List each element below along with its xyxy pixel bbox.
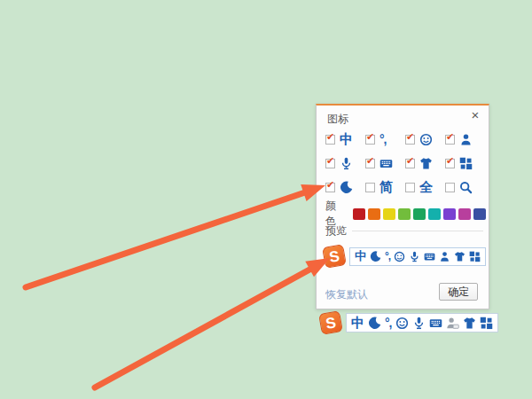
color-swatch[interactable] [368,208,380,220]
icon-option-shirt[interactable]: ✔ [405,155,445,171]
divider-line [352,231,483,231]
grid-icon [469,251,481,262]
checkbox-smiley[interactable]: ✔ [405,135,415,145]
checkbox-keyboard[interactable]: ✔ [365,159,375,168]
color-swatch[interactable] [413,208,426,220]
keyboard-icon [424,251,435,262]
color-swatches [353,208,489,220]
checkmark-icon: ✔ [326,180,334,190]
grid-icon[interactable] [480,317,493,330]
keyboard-icon [379,157,393,170]
shirt-icon [454,251,466,262]
checkbox-moon[interactable]: ✔ [325,183,335,192]
icon-option-smiley[interactable]: ✔ [405,131,445,147]
preview-label: 预览 [325,223,347,239]
checkmark-icon: ✔ [326,156,334,166]
checkbox-zhong[interactable]: ✔ [325,135,335,145]
icon-option-quan[interactable]: 全 [405,179,445,195]
icon-option-moon[interactable]: ✔ [325,179,365,195]
checkbox-shirt[interactable]: ✔ [405,159,415,168]
ime-toolbar-icon-bar: 中°, [346,313,498,332]
smiley-icon [419,133,433,146]
icon-checkbox-grid: ✔中✔°,✔✔✔✔✔✔✔简全 [325,131,485,195]
zhong-icon: 中 [340,133,353,145]
smiley-icon[interactable] [395,317,409,330]
jian-icon: 简 [379,181,393,193]
search-icon [459,181,473,194]
sogou-logo-icon: S [322,244,347,269]
icon-option-jian[interactable]: 简 [365,179,405,195]
checkmark-icon: ✔ [446,132,454,142]
dialog-title: 图标 [327,112,348,127]
close-icon[interactable]: × [468,108,482,122]
icon-option-punct[interactable]: ✔°, [365,131,405,147]
checkbox-mic[interactable]: ✔ [325,159,335,168]
color-swatch[interactable] [383,208,395,220]
checkmark-icon: ✔ [446,156,454,166]
checkmark-icon: ✔ [406,156,414,166]
icon-option-keyboard[interactable]: ✔ [365,155,405,171]
smiley-icon [394,251,405,262]
checkbox-jian[interactable] [365,183,375,192]
checkbox-grid[interactable]: ✔ [445,159,455,168]
color-swatch[interactable] [353,208,365,220]
checkbox-search[interactable] [445,183,455,192]
moon-icon [370,251,381,262]
keyboard-icon[interactable] [429,317,442,330]
mic-icon[interactable] [412,317,426,330]
shirt-icon [419,157,433,170]
icon-option-search[interactable] [445,179,485,195]
color-swatch[interactable] [398,208,411,220]
person-icon [439,251,450,262]
punct-icon: °, [385,250,390,262]
moon-icon[interactable] [368,317,381,330]
preview-icon-bar: 中°, [349,247,486,266]
person-gray-icon[interactable] [446,317,459,330]
zhong-icon[interactable]: 中 [351,317,364,329]
checkbox-quan[interactable] [405,183,415,192]
color-swatch[interactable] [473,208,486,220]
shirt-icon[interactable] [463,317,476,330]
preview-label-row: 预览 [325,223,483,239]
quan-icon: 全 [419,181,433,193]
color-swatch[interactable] [443,208,456,220]
person-icon [459,133,473,146]
checkmark-icon: ✔ [406,132,414,142]
punct-icon: °, [379,133,387,145]
icon-option-mic[interactable]: ✔ [325,155,365,171]
punct-icon[interactable]: °, [385,317,392,329]
checkbox-person[interactable]: ✔ [445,135,455,145]
color-swatch[interactable] [428,208,441,220]
icon-option-zhong[interactable]: ✔中 [325,131,365,147]
checkmark-icon: ✔ [326,132,334,142]
color-swatch[interactable] [458,208,471,220]
sogou-logo-icon[interactable]: S [318,310,343,335]
grid-icon [459,157,473,170]
icon-option-person[interactable]: ✔ [445,131,485,147]
zhong-icon: 中 [355,250,366,262]
restore-default-link[interactable]: 恢复默认 [325,287,368,302]
checkmark-icon: ✔ [366,156,374,166]
icon-settings-dialog: 图标 × ✔中✔°,✔✔✔✔✔✔✔简全 颜色 预览 S 中°, 恢复默认 确定 [316,104,489,309]
checkbox-punct[interactable]: ✔ [365,135,375,145]
ime-toolbar: S 中°, [320,312,498,333]
preview-row: S 中°, [324,246,486,267]
ok-button[interactable]: 确定 [439,283,478,301]
mic-icon [340,157,353,170]
mic-icon [409,251,420,262]
moon-icon [340,181,353,194]
checkmark-icon: ✔ [366,132,374,142]
icon-option-grid[interactable]: ✔ [445,155,485,171]
